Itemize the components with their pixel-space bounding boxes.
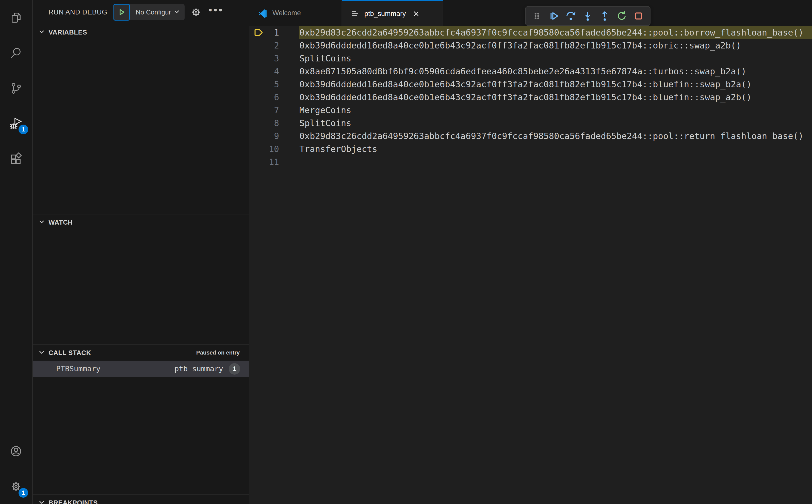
tab-ptb-summary-label: ptb_summary [364,10,406,18]
step-over-button[interactable] [566,11,576,21]
code-line-7[interactable]: 7MergeCoins [249,104,812,117]
glyph-margin[interactable] [249,39,264,52]
tab-ptb-summary[interactable]: ptb_summary [342,0,443,26]
chevron-down-icon [38,218,45,227]
stop-button[interactable] [633,11,644,21]
code-line-2[interactable]: 20xb39d6dddedd16ed8a40ce0b1e6b43c92acf0f… [249,39,812,52]
config-dropdown-value: No Configur [130,8,174,16]
tab-welcome[interactable]: Welcome [249,0,342,26]
glyph-margin[interactable] [249,52,264,65]
vscode-window: 1 [0,0,812,504]
code-line-4[interactable]: 40x8ae871505a80d8bf6bf9c05906cda6edfeea4… [249,65,812,78]
run-and-debug-sidebar: RUN AND DEBUG No Configur [33,0,249,504]
line-number: 8 [264,117,279,130]
line-number: 9 [264,130,279,143]
line-number: 6 [264,91,279,104]
code-line-5[interactable]: 50xb39d6dddedd16ed8a40ce0b1e6b43c92acf0f… [249,78,812,91]
variables-section: VARIABLES [33,24,249,214]
start-debugging-button[interactable] [113,4,130,21]
watch-label: WATCH [48,219,73,226]
toolbar-drag-handle[interactable] [532,11,542,21]
frame-name: PTBSummary [56,364,101,373]
close-tab-icon[interactable] [413,10,420,17]
paused-status: Paused on entry [196,349,249,356]
line-text[interactable]: SplitCoins [299,52,812,65]
code-line-8[interactable]: 8SplitCoins [249,117,812,130]
line-text[interactable]: 0xb39d6dddedd16ed8a40ce0b1e6b43c92acf0ff… [299,39,812,52]
line-number: 5 [264,78,279,91]
line-text[interactable]: MergeCoins [299,104,812,117]
line-text[interactable]: SplitCoins [299,117,812,130]
files-icon [9,11,23,24]
stack-frame-row[interactable]: PTBSummary ptb_summary 1 [33,361,249,377]
chevron-down-icon [38,498,45,504]
activity-search[interactable] [0,35,32,71]
glyph-margin[interactable] [249,143,264,156]
launch-config-dropdown[interactable]: No Configur [113,4,185,20]
activity-extensions[interactable] [0,141,32,176]
breakpoints-section: BREAKPOINTS [33,494,249,504]
step-into-button[interactable] [583,11,593,21]
watch-section: WATCH [33,214,249,344]
breakpoints-label: BREAKPOINTS [48,499,98,504]
line-text[interactable]: TransferObjects [299,143,812,156]
code-line-3[interactable]: 3SplitCoins [249,52,812,65]
line-text[interactable]: 0xb29d83c26cdd2a64959263abbcfc4a6937f0c9… [299,26,812,39]
line-text[interactable]: 0xb39d6dddedd16ed8a40ce0b1e6b43c92acf0ff… [299,91,812,104]
code-lines: 10xb29d83c26cdd2a64959263abbcfc4a6937f0c… [249,26,812,169]
frame-line-badge: 1 [229,363,240,375]
glyph-margin[interactable] [249,78,264,91]
vscode-logo-icon [258,8,267,18]
line-text[interactable]: 0xb39d6dddedd16ed8a40ce0b1e6b43c92acf0ff… [299,78,812,91]
activity-settings[interactable]: 1 [0,469,32,504]
call-stack-label: CALL STACK [48,349,91,357]
code-line-11[interactable]: 11 [249,156,812,169]
continue-button[interactable] [549,11,559,21]
variables-section-header[interactable]: VARIABLES [33,24,249,40]
line-number: 1 [264,26,279,39]
chevron-down-icon [173,8,185,16]
debug-toolbar [525,6,651,26]
code-line-6[interactable]: 60xb39d6dddedd16ed8a40ce0b1e6b43c92acf0f… [249,91,812,104]
search-icon [9,46,23,60]
activity-source-control[interactable] [0,71,32,106]
line-number: 4 [264,65,279,78]
watch-section-header[interactable]: WATCH [33,214,249,230]
activity-account[interactable] [0,433,32,469]
extensions-icon [9,152,23,165]
code-line-1[interactable]: 10xb29d83c26cdd2a64959263abbcfc4a6937f0c… [249,26,812,39]
glyph-margin[interactable] [249,156,264,169]
breakpoints-section-header[interactable]: BREAKPOINTS [33,495,249,504]
current-position-arrow-icon [254,28,263,37]
list-file-icon [351,9,359,18]
gear-icon [190,6,202,18]
activity-run-and-debug[interactable]: 1 [0,106,32,141]
line-text[interactable] [299,156,812,169]
call-stack-section: CALL STACK Paused on entry PTBSummary pt… [33,344,249,494]
settings-badge: 1 [19,488,28,498]
source-control-icon [9,82,23,95]
line-number: 7 [264,104,279,117]
line-number: 11 [264,156,279,169]
glyph-margin[interactable] [249,65,264,78]
call-stack-section-header[interactable]: CALL STACK Paused on entry [33,345,249,361]
glyph-margin[interactable] [249,130,264,143]
line-number: 10 [264,143,279,156]
tab-welcome-label: Welcome [272,9,301,17]
activity-explorer[interactable] [0,0,32,35]
glyph-margin[interactable] [249,26,264,39]
step-out-button[interactable] [600,11,610,21]
code-line-9[interactable]: 90xb29d83c26cdd2a64959263abbcfc4a6937f0c… [249,130,812,143]
glyph-margin[interactable] [249,91,264,104]
code-line-10[interactable]: 10TransferObjects [249,143,812,156]
debug-settings-gear-button[interactable] [190,6,202,18]
restart-button[interactable] [616,11,627,21]
glyph-margin[interactable] [249,104,264,117]
variables-label: VARIABLES [48,28,87,36]
chevron-down-icon [38,348,45,357]
more-actions-button[interactable]: ••• [208,7,224,17]
line-number: 3 [264,52,279,65]
line-text[interactable]: 0x8ae871505a80d8bf6bf9c05906cda6edfeea46… [299,65,812,78]
glyph-margin[interactable] [249,117,264,130]
line-text[interactable]: 0xb29d83c26cdd2a64959263abbcfc4a6937f0c9… [299,130,812,143]
